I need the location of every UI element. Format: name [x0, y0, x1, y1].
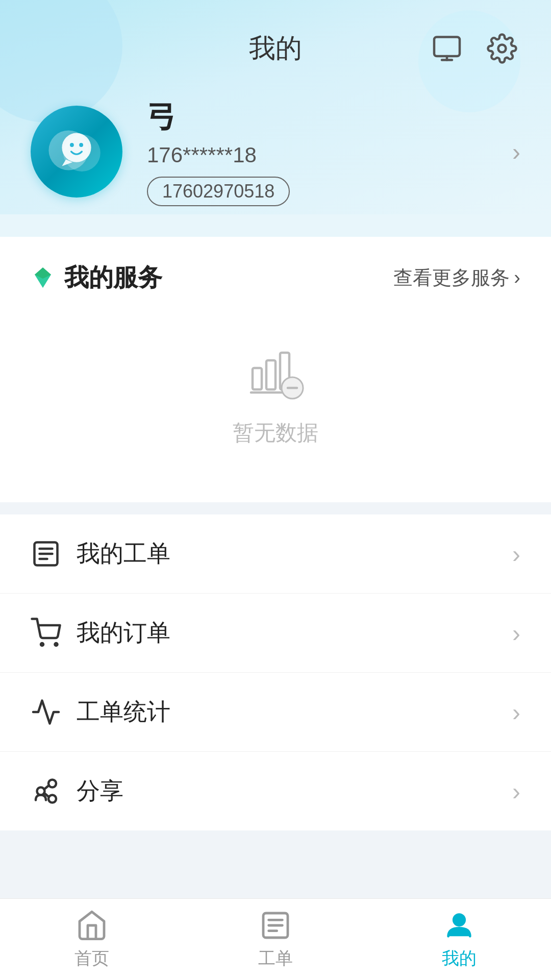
services-header: 我的服务 查看更多服务 › — [31, 261, 520, 294]
svg-point-7 — [62, 133, 91, 162]
order-arrow: › — [512, 619, 520, 647]
svg-rect-0 — [434, 37, 460, 57]
nav-item-home[interactable]: 首页 — [0, 901, 184, 978]
svg-point-23 — [55, 643, 58, 646]
nav-item-mine[interactable]: 我的 — [367, 901, 551, 978]
empty-text: 暂无数据 — [233, 419, 318, 447]
profile-phone-masked: 176******18 — [147, 143, 512, 167]
menu-card: 我的工单 › 我的订单 › 工单统计 › — [0, 514, 551, 830]
services-empty-state: 暂无数据 — [31, 314, 520, 478]
menu-label-work-order: 我的工单 — [77, 538, 512, 570]
menu-item-statistics[interactable]: 工单统计 › — [0, 673, 551, 752]
statistics-arrow: › — [512, 698, 520, 726]
header: 我的 — [0, 0, 551, 87]
svg-rect-12 — [253, 368, 262, 389]
menu-item-work-order[interactable]: 我的工单 › — [0, 514, 551, 594]
no-data-icon — [245, 345, 306, 406]
profile-section[interactable]: 弓 176******18 17602970518 › — [0, 87, 551, 237]
menu-label-share: 分享 — [77, 775, 512, 807]
profile-info: 弓 176******18 17602970518 — [147, 97, 512, 206]
home-nav-icon — [76, 909, 108, 942]
order-icon — [31, 618, 61, 648]
work-order-arrow: › — [512, 540, 520, 568]
menu-label-order: 我的订单 — [77, 617, 512, 649]
menu-label-statistics: 工单统计 — [77, 696, 512, 728]
menu-item-order[interactable]: 我的订单 › — [0, 594, 551, 673]
share-arrow: › — [512, 777, 520, 805]
home-nav-label: 首页 — [74, 947, 109, 970]
statistics-icon — [31, 697, 61, 727]
avatar — [31, 106, 122, 198]
content-spacer — [0, 843, 551, 898]
svg-point-9 — [79, 143, 83, 147]
nav-item-workorder[interactable]: 工单 — [184, 901, 367, 978]
services-card: 我的服务 查看更多服务 › — [0, 237, 551, 502]
diamond-icon — [31, 265, 55, 290]
svg-point-3 — [498, 45, 506, 53]
mine-nav-icon — [443, 909, 475, 942]
page-title: 我的 — [249, 31, 302, 66]
message-button[interactable] — [429, 30, 465, 67]
mine-nav-label: 我的 — [442, 947, 477, 970]
work-order-icon — [31, 538, 61, 569]
avatar-icon — [43, 118, 110, 185]
main-content: 我的服务 查看更多服务 › — [0, 237, 551, 898]
workorder-nav-icon — [259, 909, 292, 942]
message-icon — [432, 33, 462, 64]
settings-icon — [487, 33, 517, 64]
bottom-nav: 首页 工单 我的 — [0, 898, 551, 980]
profile-id-badge: 17602970518 — [147, 177, 290, 206]
svg-point-22 — [41, 643, 43, 646]
settings-button[interactable] — [484, 30, 520, 67]
svg-rect-13 — [266, 360, 276, 389]
profile-name: 弓 — [147, 97, 512, 137]
svg-line-27 — [44, 786, 49, 790]
svg-point-8 — [70, 143, 74, 147]
svg-point-33 — [454, 914, 464, 925]
share-icon — [31, 776, 61, 806]
services-title: 我的服务 — [31, 261, 162, 294]
services-more-button[interactable]: 查看更多服务 › — [393, 265, 520, 291]
workorder-nav-label: 工单 — [258, 947, 293, 970]
profile-arrow[interactable]: › — [512, 138, 520, 166]
header-icons — [429, 30, 520, 67]
menu-item-share[interactable]: 分享 › — [0, 752, 551, 830]
